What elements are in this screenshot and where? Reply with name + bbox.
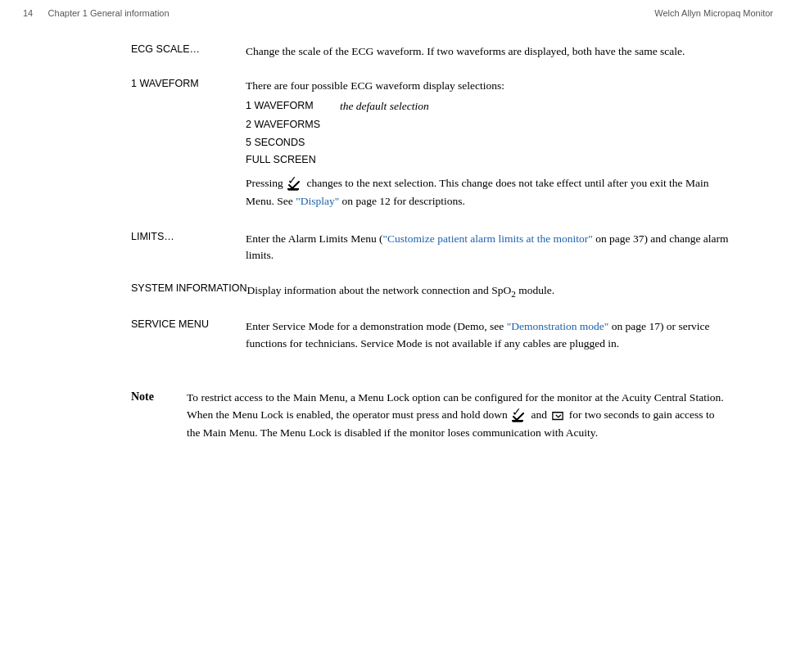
- entry-limits: LIMITS… Enter the Alarm Limits Menu ("Cu…: [131, 227, 730, 268]
- desc-1-waveform: There are four possible ECG waveform dis…: [246, 74, 730, 217]
- sub-1-waveform: 1 WAVEFORM the default selection: [246, 98, 730, 115]
- note-checkmark-icon: [512, 410, 527, 422]
- term-limits: LIMITS…: [131, 227, 246, 268]
- desc-system-info: Display information about the network co…: [246, 278, 730, 305]
- demo-mode-link[interactable]: "Demonstration mode": [507, 320, 609, 332]
- term-ecg-scale: ECG SCALE…: [131, 39, 246, 64]
- note-label: Note: [131, 389, 172, 442]
- waveform-intro: There are four possible ECG waveform dis…: [246, 78, 730, 94]
- page-header: 14 Chapter 1 General information Welch A…: [0, 0, 796, 23]
- sub-full-screen: FULL SCREEN: [246, 152, 730, 168]
- page-number: 14: [23, 8, 33, 18]
- desc-limits: Enter the Alarm Limits Menu ("Customize …: [246, 227, 730, 268]
- chapter-title: Chapter 1 General information: [48, 8, 170, 18]
- checkmark-icon: [287, 178, 302, 190]
- pressing-line: Pressing changes to the next selection. …: [246, 174, 730, 210]
- sub-term-2-waveforms: 2 WAVEFORMS: [246, 117, 340, 133]
- sub-term-1-waveform: 1 WAVEFORM: [246, 98, 340, 115]
- term-system-info: SYSTEM INFORMATION: [131, 278, 246, 305]
- entry-system-info: SYSTEM INFORMATION Display information a…: [131, 278, 730, 305]
- sub-desc-1-waveform: the default selection: [340, 98, 429, 115]
- display-link[interactable]: "Display": [296, 195, 339, 207]
- sub-term-full-screen: FULL SCREEN: [246, 152, 340, 168]
- sub-2-waveforms: 2 WAVEFORMS: [246, 117, 730, 133]
- term-1-waveform: 1 WAVEFORM: [131, 74, 246, 217]
- header-left: 14 Chapter 1 General information: [23, 8, 170, 18]
- header-right: Welch Allyn Micropaq Monitor: [654, 8, 773, 18]
- entry-ecg-scale: ECG SCALE… Change the scale of the ECG w…: [131, 39, 730, 64]
- desc-service-menu: Enter Service Mode for a demonstration m…: [246, 314, 730, 356]
- term-service-menu: SERVICE MENU: [131, 314, 246, 356]
- note-text: To restrict access to the Main Menu, a M…: [187, 389, 730, 442]
- customize-alarm-link[interactable]: "Customize patient alarm limits at the m…: [383, 232, 593, 245]
- note-nav-icon: [551, 410, 564, 422]
- entry-1-waveform: 1 WAVEFORM There are four possible ECG w…: [131, 74, 730, 217]
- entry-service-menu: SERVICE MENU Enter Service Mode for a de…: [131, 314, 730, 356]
- sub-5-seconds: 5 SECONDS: [246, 135, 730, 151]
- note-section: Note To restrict access to the Main Menu…: [131, 381, 730, 450]
- page-content: ECG SCALE… Change the scale of the ECG w…: [0, 23, 796, 475]
- sub-term-5-seconds: 5 SECONDS: [246, 135, 340, 151]
- waveform-sub-items: 1 WAVEFORM the default selection 2 WAVEF…: [246, 98, 730, 169]
- desc-ecg-scale: Change the scale of the ECG waveform. If…: [246, 39, 730, 64]
